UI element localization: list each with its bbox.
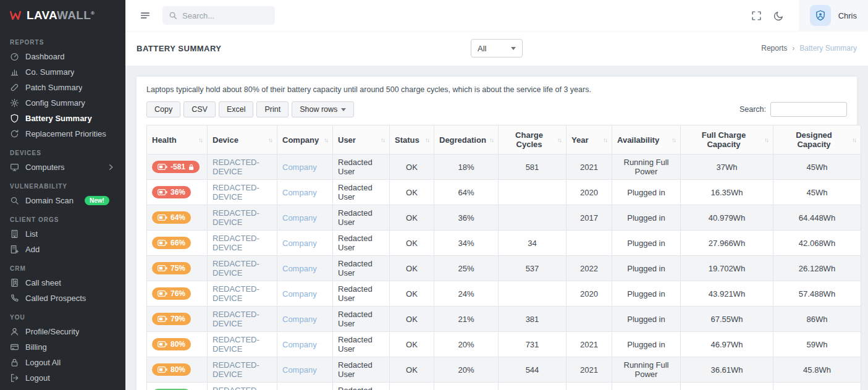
battery-info-text: Laptops typically hold about 80% of thei… [146,85,847,94]
sort-icon[interactable]: ↑↓ [557,137,561,143]
copy-button[interactable]: Copy [146,101,180,117]
device-link[interactable]: REDACTED-DEVICE [213,310,259,328]
user-menu[interactable]: Chris [799,0,868,31]
topbar: Chris [125,0,868,31]
dark-mode-button[interactable] [769,6,789,25]
company-link[interactable]: Company [282,163,317,172]
device-link[interactable]: REDACTED-DEVICE [213,183,259,201]
fullscreen-button[interactable] [747,6,767,25]
device-link[interactable]: REDACTED-DEVICE [213,360,259,379]
cell-full-charge-capacity: 40.979Wh [681,205,773,231]
device-link[interactable]: REDACTED-DEVICE [213,208,259,227]
sidebar-item-patch-summary[interactable]: Patch Summary [0,80,125,95]
sidebar-item-dashboard[interactable]: Dashboard [0,49,125,64]
table-row: -581 REDACTED-DEVICECompanyRedacted User… [147,155,861,180]
sort-icon[interactable]: ↑↓ [489,137,493,143]
column-label: Year [571,135,588,145]
sort-icon[interactable]: ↑↓ [764,137,768,143]
sidebar-item-list[interactable]: List [0,226,125,242]
print-button[interactable]: Print [256,101,289,117]
show-rows-label: Show rows [300,105,337,114]
designed-capacity-value: 45Wh [807,163,828,172]
full-charge-capacity-value: 36.61Wh [710,365,743,375]
device-link[interactable]: REDACTED-DEVICE [213,386,259,390]
company-link[interactable]: Company [282,264,317,273]
sidebar-item-logout[interactable]: Logout [0,370,125,386]
sort-icon[interactable]: ↑↓ [603,137,607,143]
device-link[interactable]: REDACTED-DEVICE [213,158,259,176]
cell-company: Company [277,256,333,281]
column-header-degredation[interactable]: Degredation↑↓ [434,125,499,155]
cell-company: Company [277,307,333,332]
filter-select[interactable]: All [471,39,523,57]
sidebar-item-add[interactable]: Add [0,242,125,257]
breadcrumb-reports[interactable]: Reports [761,44,787,53]
table-search-input[interactable] [770,102,847,117]
company-link[interactable]: Company [282,365,317,375]
cell-full-charge-capacity: 67.55Wh [681,307,773,332]
column-header-full-charge-capacity[interactable]: Full Charge Capacity↑↓ [681,125,773,155]
company-link[interactable]: Company [282,315,317,324]
sort-icon[interactable]: ↑↓ [381,137,384,143]
company-link[interactable]: Company [282,188,317,197]
sidebar-item-label: Billing [25,342,47,352]
sidebar-item-label: Patch Summary [25,83,82,92]
breadcrumb-separator-icon [787,44,799,53]
sort-icon[interactable]: ↑↓ [324,137,327,143]
column-header-company[interactable]: Company↑↓ [277,125,333,155]
sort-icon[interactable]: ↑↓ [268,137,272,143]
sort-icon[interactable]: ↑↓ [425,137,429,143]
availability-value: Plugged in [627,264,665,273]
show-rows-button[interactable]: Show rows [292,101,354,117]
sort-icon[interactable]: ↑↓ [852,137,856,143]
sidebar-item-config-summary[interactable]: Config Summary [0,95,125,111]
column-header-status[interactable]: Status↑↓ [390,125,434,155]
menu-toggle-button[interactable] [135,6,155,25]
column-header-year[interactable]: Year↑↓ [567,125,612,155]
column-header-charge-cycles[interactable]: Charge Cycles↑↓ [499,125,567,155]
column-header-user[interactable]: User↑↓ [333,125,390,155]
sidebar-item-billing[interactable]: Billing [0,339,125,355]
cell-device: REDACTED-DEVICE [208,332,277,357]
sidebar-item-replacement-priorities[interactable]: Replacement Priorities [0,126,125,142]
battery-table: Health↑↓ Device↑↓ Company↑↓ User↑↓ Statu… [146,125,861,390]
column-header-designed-capacity[interactable]: Designed Capacity↑↓ [773,125,861,155]
csv-button[interactable]: CSV [183,101,216,117]
column-header-availability[interactable]: Availability↑↓ [612,125,681,155]
column-label: User [338,135,356,145]
brand-logo[interactable]: LAVAWALL® [0,0,125,31]
device-link[interactable]: REDACTED-DEVICE [213,234,259,252]
column-header-device[interactable]: Device↑↓ [208,125,277,155]
sidebar-item-profile-security[interactable]: Profile/Security [0,324,125,339]
availability-value: Plugged in [627,213,665,223]
sidebar-item-domain-scan[interactable]: Domain ScanNew! [0,193,125,208]
status-value: OK [406,315,418,324]
user-icon [10,327,19,336]
sort-icon[interactable]: ↑↓ [672,137,675,143]
cell-degredation: 19% [434,383,499,390]
company-link[interactable]: Company [282,340,317,349]
device-link[interactable]: REDACTED-DEVICE [213,335,259,354]
sidebar-item-battery-summary[interactable]: Battery Summary [0,111,125,126]
global-search-input[interactable] [182,11,291,20]
sidebar-item-called-prospects[interactable]: Called Prospects [0,290,125,306]
device-link[interactable]: REDACTED-DEVICE [213,259,259,278]
sidebar: LAVAWALL® REPORTSDashboardCo. SummaryPat… [0,0,125,390]
device-link[interactable]: REDACTED-DEVICE [213,284,259,303]
sidebar-item-logout-all[interactable]: Logout All [0,355,125,370]
company-link[interactable]: Company [282,289,317,299]
company-link[interactable]: Company [282,213,317,223]
excel-button[interactable]: Excel [219,101,254,117]
column-label: Health [152,135,177,145]
sidebar-item-call-sheet[interactable]: Call sheet [0,275,125,290]
column-header-health[interactable]: Health↑↓ [147,125,208,155]
sidebar-item-computers[interactable]: Computers [0,159,125,175]
brand-name: LAVAWALL® [27,9,95,22]
chevron-right-icon [106,163,116,172]
user-value: Redacted User [338,335,373,354]
sidebar-item-co-summary[interactable]: Co. Summary [0,64,125,80]
user-value: Redacted User [338,386,373,390]
sort-icon[interactable]: ↑↓ [198,137,202,143]
company-link[interactable]: Company [282,239,317,248]
search-icon [169,11,177,20]
